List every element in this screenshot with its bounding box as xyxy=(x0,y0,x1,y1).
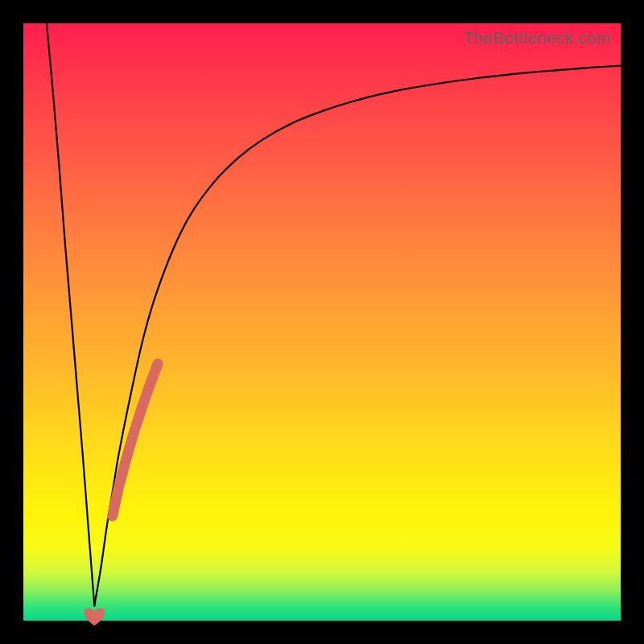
chart-svg xyxy=(23,23,621,621)
chart-frame: TheBottleneck.com xyxy=(0,0,644,644)
heart-icon xyxy=(84,608,105,625)
plot-area: TheBottleneck.com xyxy=(23,23,621,621)
left-descent-path xyxy=(47,23,94,606)
highlight-band-path xyxy=(113,364,158,516)
curve-layer xyxy=(47,23,621,625)
right-curve-path xyxy=(94,66,621,606)
heart-marker xyxy=(84,608,105,625)
